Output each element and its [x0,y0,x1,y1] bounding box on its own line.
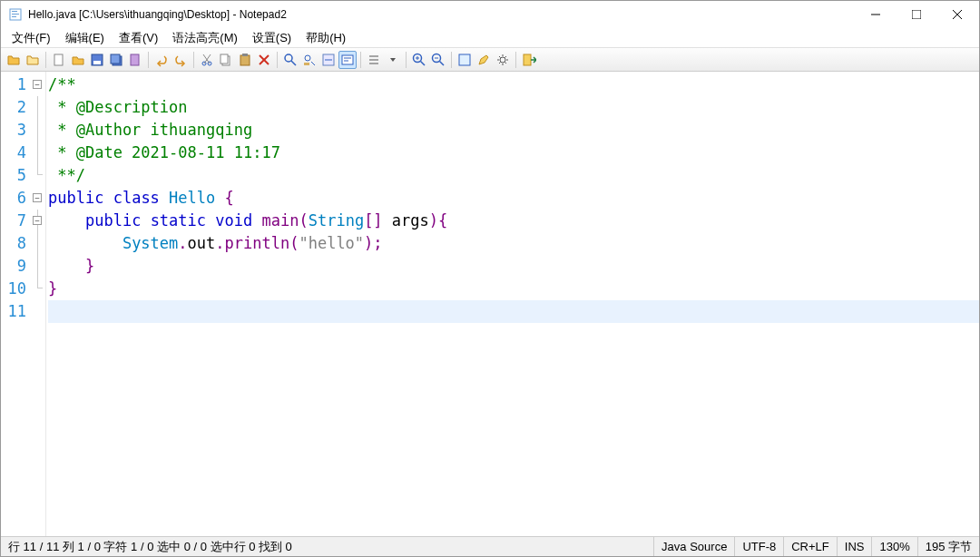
svg-rect-27 [304,63,309,65]
wrap-icon[interactable] [338,51,357,69]
status-zoom[interactable]: 130% [872,537,917,556]
line-number-gutter: 1234567891011 [1,72,30,536]
status-encoding[interactable]: UTF-8 [735,537,784,556]
svg-rect-2 [12,14,19,15]
svg-point-24 [285,54,292,62]
delete-icon[interactable] [255,51,273,69]
undo-icon[interactable] [152,51,171,69]
scheme-icon[interactable] [456,51,474,69]
dropdown-icon[interactable] [384,51,402,69]
svg-point-26 [305,55,310,61]
status-language[interactable]: Java Source [653,537,735,556]
svg-line-39 [421,61,426,65]
menu-settings[interactable]: 设置(S) [245,28,299,48]
svg-rect-19 [220,54,228,64]
svg-point-44 [500,57,505,63]
svg-rect-8 [54,54,63,65]
fold-toggle-icon[interactable]: − [33,193,42,202]
toolbar [1,48,979,72]
goto-icon[interactable] [319,51,338,69]
window-title: Hello.java [C:\Users\ithuangqing\Desktop… [28,8,855,21]
fold-toggle-icon[interactable]: − [33,216,42,225]
svg-rect-13 [131,54,139,65]
settings-icon[interactable] [494,51,512,69]
revert-icon[interactable] [126,51,144,69]
svg-line-25 [291,61,296,65]
code-area[interactable]: /** * @Description * @Author ithuangqing… [46,72,979,536]
replace-icon[interactable] [300,51,318,69]
svg-rect-21 [242,54,248,56]
titlebar: Hello.java [C:\Users\ithuangqing\Desktop… [1,1,979,28]
cut-icon[interactable] [198,51,216,69]
svg-line-42 [440,61,445,65]
menu-edit[interactable]: 编辑(E) [58,28,112,48]
svg-rect-12 [111,54,120,64]
status-eol[interactable]: CR+LF [784,537,838,556]
open-file-icon[interactable] [69,51,87,69]
zoom-in-icon[interactable] [410,51,428,69]
svg-rect-20 [240,55,250,65]
copy-icon[interactable] [217,51,235,69]
statusbar: 行 11 / 11 列 1 / 0 字符 1 / 0 选中 0 / 0 选中行 … [1,536,979,556]
menu-syntax[interactable]: 语法高亮(M) [165,28,245,48]
menu-help[interactable]: 帮助(H) [299,28,353,48]
find-icon[interactable] [281,51,299,69]
save-icon[interactable] [88,51,106,69]
svg-rect-30 [342,55,353,64]
redo-icon[interactable] [172,51,190,69]
paste-icon[interactable] [236,51,254,69]
status-insert-mode[interactable]: INS [838,537,873,556]
svg-rect-10 [93,61,101,64]
svg-rect-3 [12,16,16,17]
maximize-button[interactable] [896,2,936,27]
menu-view[interactable]: 查看(V) [112,28,165,48]
new-file-icon[interactable] [50,51,68,69]
list-icon[interactable] [365,51,383,69]
folder-icon[interactable] [24,51,42,69]
app-icon [8,7,23,22]
exit-icon[interactable] [520,51,538,69]
close-button[interactable] [936,2,977,27]
status-filesize: 195 字节 [918,537,979,556]
svg-rect-45 [524,54,531,65]
fold-toggle-icon[interactable]: − [33,80,42,89]
menu-file[interactable]: 文件(F) [5,28,58,48]
save-all-icon[interactable] [107,51,125,69]
menubar: 文件(F) 编辑(E) 查看(V) 语法高亮(M) 设置(S) 帮助(H) [1,28,979,48]
zoom-out-icon[interactable] [429,51,447,69]
folder-open-icon[interactable] [5,51,23,69]
svg-rect-5 [912,10,921,19]
svg-rect-1 [12,11,17,12]
fold-gutter: − − − [30,72,46,536]
minimize-button[interactable] [855,2,896,27]
editor[interactable]: 1234567891011 − − − /** * @Description *… [1,72,979,536]
status-position: 行 11 / 11 列 1 / 0 字符 1 / 0 选中 0 / 0 选中行 … [1,537,299,556]
highlight-icon[interactable] [475,51,493,69]
svg-rect-43 [459,54,470,65]
